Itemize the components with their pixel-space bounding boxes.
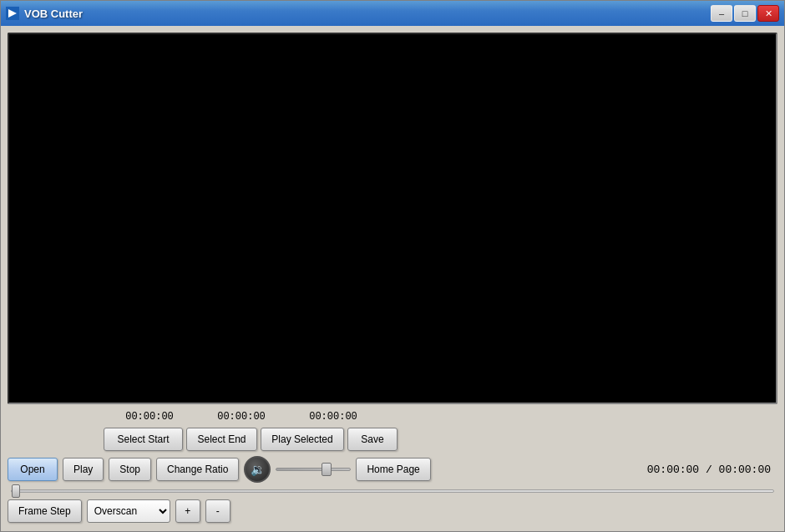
end-time-display: 00:00:00 [217,411,266,423]
start-time-group: 00:00:00 [104,411,195,424]
close-button[interactable]: ✕ [757,5,779,22]
play-time-display: 00:00:00 [309,411,357,423]
seek-slider-row [8,488,777,494]
window-title: VOB Cutter [24,8,711,20]
volume-icon: 🔉 [251,463,265,476]
window-content: 00:00:00 00:00:00 00:00:00 Select Start … [1,26,784,531]
volume-button[interactable]: 🔉 [244,456,271,483]
plus-button[interactable]: + [175,499,200,523]
end-time-group: 00:00:00 [195,411,287,424]
video-display [8,33,777,404]
frame-step-button[interactable]: Frame Step [8,499,82,523]
start-time-display: 00:00:00 [125,411,174,423]
minus-button[interactable]: - [205,499,230,523]
overscan-select[interactable]: Overscan Normal Zoom [87,499,170,523]
controls-area: 00:00:00 00:00:00 00:00:00 Select Start … [8,411,777,524]
select-end-button[interactable]: Select End [186,428,257,451]
home-page-button[interactable]: Home Page [356,458,430,481]
app-icon [6,7,19,20]
stop-button[interactable]: Stop [109,458,151,481]
total-time-display: 00:00:00 / 00:00:00 [647,464,777,476]
window-controls: – □ ✕ [711,5,779,22]
save-button[interactable]: Save [347,428,398,451]
buttons-row-1: Select Start Select End Play Selected Sa… [8,428,777,451]
play-time-group: 00:00:00 [287,411,379,424]
bottom-row: Frame Step Overscan Normal Zoom + - [8,498,777,524]
play-selected-button[interactable]: Play Selected [261,428,344,451]
play-button[interactable]: Play [63,458,104,481]
volume-slider[interactable] [276,468,351,471]
open-button[interactable]: Open [8,458,58,481]
buttons-row-2: Open Play Stop Change Ratio 🔉 Home Page … [8,454,777,484]
restore-button[interactable]: □ [734,5,756,22]
change-ratio-button[interactable]: Change Ratio [156,458,239,481]
seek-slider[interactable] [11,489,774,493]
select-start-button[interactable]: Select Start [104,428,183,451]
main-window: VOB Cutter – □ ✕ 00:00:00 00:00:00 00:00… [0,0,785,532]
minimize-button[interactable]: – [711,5,732,22]
title-bar: VOB Cutter – □ ✕ [1,1,784,26]
time-display-row: 00:00:00 00:00:00 00:00:00 [8,411,777,424]
